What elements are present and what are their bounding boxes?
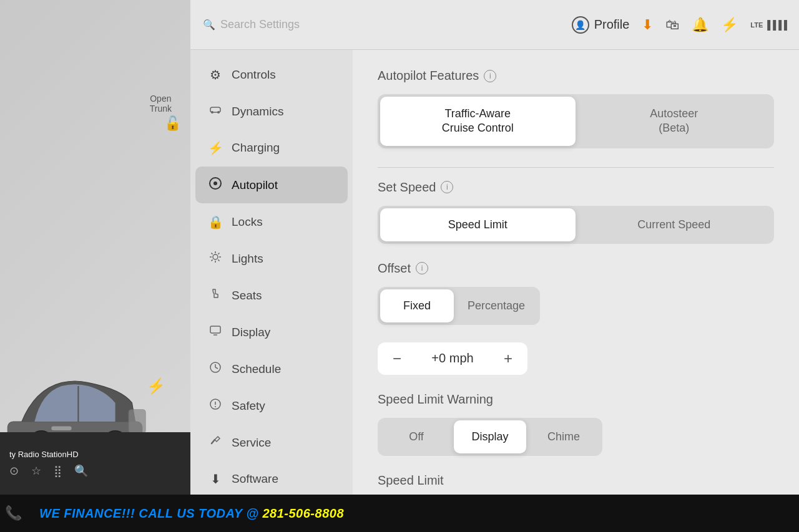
svg-rect-7 <box>51 427 71 430</box>
tacc-button[interactable]: Traffic-Aware Cruise Control <box>380 97 576 146</box>
favorite-icon[interactable]: ☆ <box>31 464 41 478</box>
sidebar-label-locks: Locks <box>232 215 263 229</box>
stepper-plus-btn[interactable]: + <box>504 351 512 366</box>
sidebar-item-charging[interactable]: ⚡ Charging <box>195 130 348 165</box>
display-icon <box>208 324 223 340</box>
sidebar-item-display[interactable]: Display <box>195 314 348 350</box>
sidebar-item-autopilot[interactable]: Autopilot <box>195 167 348 203</box>
ad-text-content: WE FINANCE!!! CALL US TODAY @ <box>39 506 262 520</box>
percentage-btn[interactable]: Percentage <box>455 289 537 322</box>
profile-icon: 👤 <box>572 16 589 34</box>
sidebar-label-controls: Controls <box>232 68 276 82</box>
dynamics-icon <box>208 104 223 119</box>
fixed-btn[interactable]: Fixed <box>380 289 454 322</box>
offset-group: Fixed Percentage <box>378 287 540 325</box>
schedule-icon <box>208 361 223 377</box>
svg-point-13 <box>213 181 217 185</box>
sidebar-label-service: Service <box>232 436 271 450</box>
autopilot-features-group: Traffic-Aware Cruise Control Autosteer (… <box>378 94 774 148</box>
speed-limit-warning-label: Speed Limit Warning <box>378 392 493 407</box>
service-icon <box>208 435 223 450</box>
sidebar-label-display: Display <box>232 326 270 339</box>
music-source-icon[interactable]: ⊙ <box>9 464 19 478</box>
speed-limit-btn[interactable]: Speed Limit <box>380 208 576 241</box>
autopilot-settings-panel: Autopilot Features i Traffic-Aware Cruis… <box>353 50 799 495</box>
set-speed-info[interactable]: i <box>441 181 453 193</box>
search-bar[interactable]: 🔍 Search Settings <box>203 18 572 31</box>
set-speed-label: Set Speed <box>378 180 436 195</box>
settings-sidebar: ⚙ Controls Dynamics ⚡ Charging Autopilo <box>190 50 353 495</box>
svg-line-31 <box>212 440 215 443</box>
sidebar-item-controls[interactable]: ⚙ Controls <box>195 57 348 92</box>
sidebar-item-software[interactable]: ⬇ Software <box>195 462 348 495</box>
header-right: 👤 Profile ⬇ 🛍 🔔 ⚡ LTE ▐▐▐▐ <box>572 16 787 34</box>
bluetooth-icon: ⚡ <box>721 17 738 33</box>
settings-header: 🔍 Search Settings 👤 Profile ⬇ 🛍 🔔 ⚡ LTE … <box>190 0 799 50</box>
svg-line-21 <box>218 253 219 254</box>
sidebar-label-lights: Lights <box>232 252 263 266</box>
equalizer-icon[interactable]: ⣿ <box>54 464 62 478</box>
sidebar-item-lights[interactable]: Lights <box>195 241 348 276</box>
svg-line-22 <box>212 259 213 261</box>
sidebar-item-safety[interactable]: Safety <box>195 388 348 423</box>
sidebar-item-service[interactable]: Service <box>195 425 348 460</box>
search-icon: 🔍 <box>203 19 215 31</box>
ad-bar: 📞 WE FINANCE!!! CALL US TODAY @ 281-506-… <box>0 495 799 532</box>
svg-line-19 <box>212 253 213 254</box>
offset-stepper: − +0 mph + <box>378 342 527 375</box>
autopilot-features-info[interactable]: i <box>484 70 496 82</box>
sidebar-item-seats[interactable]: Seats <box>195 278 348 313</box>
lock-icon: 🔓 <box>164 115 181 132</box>
bag-icon: 🛍 <box>665 17 679 33</box>
svg-line-20 <box>218 259 219 261</box>
music-controls: ⊙ ☆ ⣿ 🔍 <box>9 464 181 478</box>
speed-limit-section: Speed Limit <box>378 473 774 488</box>
music-bar: ty Radio StationHD ⊙ ☆ ⣿ 🔍 <box>0 432 190 495</box>
settings-content: ⚙ Controls Dynamics ⚡ Charging Autopilo <box>190 50 799 495</box>
music-title: ty Radio StationHD <box>9 450 181 459</box>
stepper-value: +0 mph <box>420 351 485 365</box>
set-speed-group: Speed Limit Current Speed <box>378 206 774 244</box>
sidebar-label-dynamics: Dynamics <box>232 105 283 118</box>
offset-info[interactable]: i <box>416 262 428 274</box>
svg-rect-23 <box>210 326 220 333</box>
svg-point-11 <box>217 111 220 114</box>
warning-off-btn[interactable]: Off <box>380 420 453 453</box>
sidebar-item-schedule[interactable]: Schedule <box>195 351 348 387</box>
sidebar-label-schedule: Schedule <box>232 362 281 376</box>
autopilot-icon <box>208 177 223 193</box>
charging-icon: ⚡ <box>147 377 165 395</box>
car-display: Open Trunk 🔓 ⚡ <box>0 0 190 495</box>
search-music-icon[interactable]: 🔍 <box>74 464 88 478</box>
svg-point-30 <box>215 406 216 407</box>
speed-limit-warning-section: Speed Limit Warning <box>378 392 774 407</box>
autosteer-button[interactable]: Autosteer (Beta) <box>577 97 772 146</box>
svg-line-27 <box>215 367 218 369</box>
autopilot-features-label: Autopilot Features <box>378 69 479 83</box>
signal-area: LTE ▐▐▐▐ <box>750 20 787 30</box>
current-speed-btn[interactable]: Current Speed <box>577 208 772 241</box>
stepper-minus-btn[interactable]: − <box>393 351 401 366</box>
open-trunk-label[interactable]: Open Trunk <box>150 94 172 114</box>
charging-icon-sidebar: ⚡ <box>208 140 223 155</box>
car-panel: Open Trunk 🔓 ⚡ <box>0 0 190 495</box>
warning-chime-btn[interactable]: Chime <box>527 420 600 453</box>
offset-label: Offset <box>378 261 411 276</box>
sidebar-item-locks[interactable]: 🔒 Locks <box>195 205 348 239</box>
controls-icon: ⚙ <box>208 67 223 82</box>
offset-section: Offset i <box>378 261 774 276</box>
profile-label: Profile <box>594 17 630 32</box>
bell-icon: 🔔 <box>692 17 708 33</box>
warning-display-btn[interactable]: Display <box>454 420 526 453</box>
svg-point-10 <box>211 111 213 114</box>
profile-button[interactable]: 👤 Profile <box>572 16 630 34</box>
seats-icon <box>208 288 223 303</box>
svg-point-14 <box>213 254 218 259</box>
search-placeholder: Search Settings <box>220 18 300 31</box>
speed-limit-label: Speed Limit <box>378 473 444 488</box>
download-icon: ⬇ <box>642 17 653 33</box>
sidebar-item-dynamics[interactable]: Dynamics <box>195 94 348 129</box>
sidebar-label-seats: Seats <box>232 289 262 302</box>
phone-icon: 📞 <box>5 505 22 521</box>
sidebar-label-safety: Safety <box>232 399 265 413</box>
